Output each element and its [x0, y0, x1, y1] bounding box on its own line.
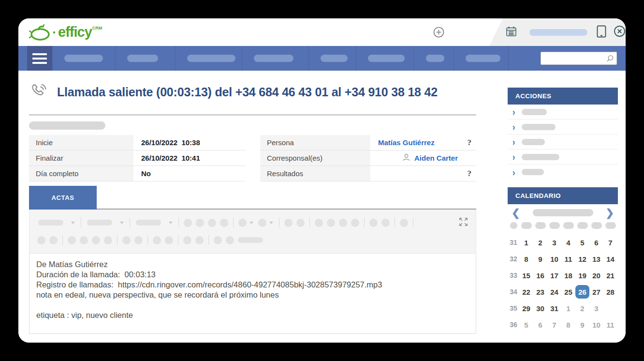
- calendar-day[interactable]: 30: [533, 301, 547, 315]
- calendar-day[interactable]: 9: [575, 318, 589, 331]
- nav-item-6[interactable]: [356, 46, 414, 71]
- calendar-day[interactable]: 1: [519, 236, 533, 249]
- hamburger-menu-button[interactable]: [27, 46, 52, 71]
- toolbar-button[interactable]: [214, 236, 222, 244]
- toolbar-button[interactable]: [226, 236, 234, 244]
- calendar-day[interactable]: 31: [547, 301, 561, 315]
- calendar-icon[interactable]: [506, 26, 517, 39]
- calendar-day[interactable]: 13: [589, 252, 603, 266]
- action-item[interactable]: ›: [508, 150, 618, 165]
- calendar-day[interactable]: 6: [533, 318, 547, 331]
- toolbar-button[interactable]: [369, 219, 378, 227]
- calendar-day[interactable]: 10: [547, 252, 561, 266]
- calendar-day[interactable]: 7: [603, 236, 617, 249]
- fullscreen-expand-icon[interactable]: [459, 217, 468, 228]
- nav-item-1[interactable]: [52, 46, 115, 71]
- toolbar-button[interactable]: [327, 219, 335, 227]
- calendar-day[interactable]: 28: [603, 285, 617, 299]
- nav-item-3[interactable]: [175, 46, 242, 71]
- calendar-day-selected[interactable]: 26: [575, 285, 589, 299]
- toolbar-wide-button[interactable]: [238, 237, 263, 243]
- toolbar-button[interactable]: [134, 236, 143, 244]
- calendar-day[interactable]: 17: [547, 269, 561, 282]
- corresponsal-link[interactable]: Aiden Carter: [414, 154, 458, 162]
- action-item[interactable]: ›: [508, 105, 618, 120]
- size-dropdown-placeholder[interactable]: [87, 220, 112, 226]
- toolbar-button[interactable]: [37, 236, 45, 244]
- search-icon[interactable]: [606, 55, 614, 64]
- calendar-day[interactable]: 2: [533, 236, 547, 249]
- calendar-day[interactable]: 19: [575, 269, 589, 282]
- toolbar-button[interactable]: [284, 219, 293, 227]
- toolbar-button[interactable]: [381, 219, 390, 227]
- action-item[interactable]: ›: [508, 135, 618, 150]
- nav-item-7[interactable]: [414, 46, 454, 71]
- calendar-day[interactable]: 3: [547, 236, 561, 249]
- toolbar-button[interactable]: [195, 236, 204, 244]
- toolbar-button[interactable]: [80, 236, 88, 244]
- toolbar-button[interactable]: [196, 219, 204, 227]
- calendar-day[interactable]: 16: [533, 269, 547, 282]
- calendar-day[interactable]: 21: [603, 269, 617, 282]
- toolbar-button[interactable]: [238, 219, 247, 227]
- toolbar-button[interactable]: [220, 219, 228, 227]
- calendar-day[interactable]: 10: [589, 318, 603, 331]
- calendar-day[interactable]: 14: [603, 252, 617, 266]
- calendar-day[interactable]: 8: [561, 318, 575, 331]
- toolbar-button[interactable]: [49, 236, 58, 244]
- calendar-day[interactable]: 3: [589, 301, 603, 315]
- toolbar-button[interactable]: [400, 219, 408, 227]
- calendar-day[interactable]: 7: [547, 318, 561, 331]
- toolbar-button[interactable]: [184, 219, 192, 227]
- toolbar-button[interactable]: [339, 219, 347, 227]
- action-item[interactable]: ›: [508, 165, 618, 180]
- nav-item-4[interactable]: [242, 46, 308, 71]
- toolbar-button[interactable]: [92, 236, 100, 244]
- nav-item-2[interactable]: [115, 46, 175, 71]
- calendar-day[interactable]: 5: [519, 318, 533, 331]
- calendar-day[interactable]: 27: [589, 285, 603, 299]
- toolbar-button[interactable]: [68, 236, 76, 244]
- calendar-day[interactable]: 20: [589, 269, 603, 282]
- prev-month-icon[interactable]: ❮: [512, 208, 520, 218]
- calendar-day[interactable]: 8: [519, 252, 533, 266]
- notes-editor[interactable]: De Matías Gutiérrez Duración de la llama…: [29, 254, 476, 334]
- toolbar-button[interactable]: [315, 219, 323, 227]
- calendar-day[interactable]: 12: [575, 252, 589, 266]
- calendar-day[interactable]: 2: [575, 301, 589, 315]
- toolbar-button[interactable]: [104, 236, 112, 244]
- nav-item-5[interactable]: [308, 46, 356, 71]
- calendar-day[interactable]: 9: [533, 252, 547, 266]
- calendar-day[interactable]: 23: [533, 285, 547, 299]
- calendar-day[interactable]: 22: [519, 285, 533, 299]
- calendar-day[interactable]: 11: [561, 252, 575, 266]
- calendar-day[interactable]: 4: [561, 236, 575, 249]
- search-input[interactable]: [541, 52, 617, 65]
- font-dropdown-placeholder[interactable]: [38, 220, 63, 226]
- calendar-day[interactable]: 1: [561, 301, 575, 315]
- tab-actas[interactable]: ACTAS: [29, 186, 97, 210]
- calendar-day[interactable]: 11: [603, 318, 617, 331]
- toolbar-button[interactable]: [208, 219, 216, 227]
- next-month-icon[interactable]: ❯: [605, 208, 614, 218]
- help-question-icon[interactable]: ?: [468, 138, 472, 148]
- toolbar-button[interactable]: [165, 236, 173, 244]
- calendar-day[interactable]: 15: [519, 269, 533, 282]
- toolbar-button[interactable]: [183, 236, 191, 244]
- help-question-icon[interactable]: ?: [468, 169, 472, 179]
- action-item[interactable]: ›: [508, 120, 618, 135]
- calendar-day[interactable]: 25: [561, 285, 575, 299]
- toolbar-button[interactable]: [122, 236, 131, 244]
- add-circle-icon[interactable]: [433, 27, 444, 40]
- calendar-day[interactable]: 18: [561, 269, 575, 282]
- calendar-day[interactable]: 5: [575, 236, 589, 249]
- mobile-device-icon[interactable]: [596, 25, 607, 40]
- calendar-day[interactable]: 29: [519, 301, 533, 315]
- nav-item-8[interactable]: [454, 46, 509, 71]
- calendar-day[interactable]: 24: [547, 285, 561, 299]
- toolbar-button[interactable]: [351, 219, 359, 227]
- close-circle-icon[interactable]: [614, 25, 626, 39]
- toolbar-button[interactable]: [296, 219, 305, 227]
- toolbar-button[interactable]: [258, 219, 266, 227]
- calendar-day[interactable]: 6: [589, 236, 603, 249]
